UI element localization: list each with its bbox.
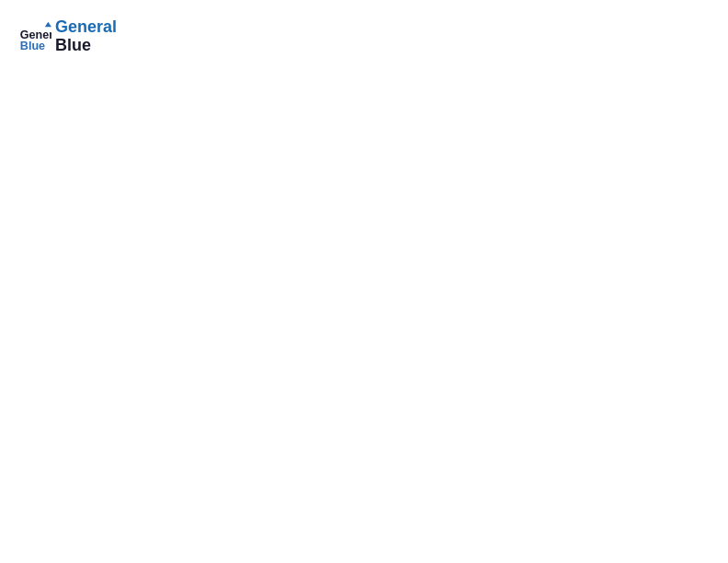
page-header: General Blue GeneralBlue xyxy=(18,18,710,55)
logo-text: GeneralBlue xyxy=(55,18,117,55)
logo: General Blue GeneralBlue xyxy=(18,18,117,55)
svg-text:Blue: Blue xyxy=(20,40,45,52)
logo-icon: General Blue xyxy=(18,20,51,53)
svg-marker-2 xyxy=(45,22,51,27)
